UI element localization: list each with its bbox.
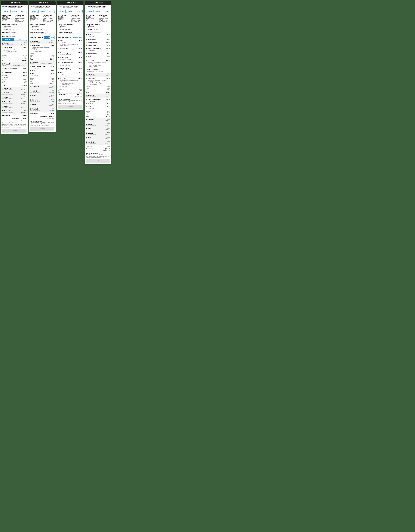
line-item: 1Grilled Cheese$8.00 [85,52,111,55]
cancel-button[interactable]: Cancel [66,10,74,13]
cancel-button[interactable]: Cancel [38,10,46,13]
tab-item[interactable]: Item [14,38,27,40]
customer-row[interactable]: 4. Judith P#70135730—30688593 items$16.3… [29,89,56,94]
chevron-up-icon: ⌄ [109,75,110,76]
customer-row[interactable]: 1. Heather C#70135730—30688561 item$12.9… [85,73,111,77]
line-item: 3Garlic KnotsFor Joseph B, Kenneth H, Ju… [57,47,83,51]
panel-item: GRUBHUB BackScheduled group deliveryDeli… [57,1,83,110]
customer-row[interactable]: 7. Mary C#70135730—30688623 items$22.15⌄ [29,103,56,107]
chevron-down-icon: ⌄ [109,142,110,144]
confirm-text: We will remind you to confirm this order… [2,124,27,128]
confirm-button[interactable]: Confirm [58,105,82,109]
chevron-down-icon: ⌄ [109,120,110,122]
line-item: 1Small SaladInstructions: Please put the… [85,59,111,68]
delivery-instructions: Delivery instructions Please check in wi… [1,31,28,35]
order-info: #15560154—1871821 Received today 10:30am… [1,14,28,23]
customer-row[interactable]: 6. Wayne H#70135730—30688612 items,$21.5… [1,100,28,105]
line-item: 1Philly Cheese SteakEverything$12.00 [1,67,28,71]
customer-row[interactable]: 2. Joseph B#70135730—30688573 items$20.7… [85,94,111,98]
deliv-title: Delivery instructions [2,32,27,33]
customer-row[interactable]: 2. Joseph B3 items 2 of 8#70135730—30688… [1,62,28,67]
chevron-down-icon: ⌄ [25,98,27,99]
customer-row[interactable]: 5. Dylan L#70135730—30688601 item$24.35⌄ [1,96,28,100]
line-item: 5DrinkLa CroixFor Joseph B, Kenneth H, J… [57,39,83,47]
tab-customer[interactable]: Customer [72,36,78,39]
chevron-up-icon: ⌄ [25,64,27,66]
chevron-up-icon: ⌄ [53,62,54,64]
customer-row[interactable]: 3. Kenneth H#70135730—30688584 items$33.… [1,87,28,91]
confirm-button[interactable]: Confirm [86,159,110,163]
adjust-button[interactable]: Adjust [86,10,93,13]
company: Dunder Mifflin [15,16,27,18]
phone: (838) 237-3847 [15,21,27,23]
customer-row[interactable]: 6. Wayne H#70135730—30688612 items,$21.5… [29,98,56,103]
line-item: 1Small SaladInstructions: Please put the… [57,77,83,87]
tab-customer[interactable]: Customer [44,36,50,39]
back-button[interactable]: Back [30,6,34,8]
adjust-button[interactable]: Adjust [30,10,38,13]
customer-row[interactable]: 1. Heather C#70135730—3068856 1 item$12.… [1,41,28,46]
adjust-button[interactable]: Adjust [2,10,10,13]
line-item: 1DrinkLa Croix$1.50 [1,74,28,79]
chevron-down-icon: ⌄ [25,111,27,113]
tab-item[interactable]: Item [50,36,55,39]
menu-icon[interactable] [58,2,60,4]
customer-name: Olivia Murray [15,15,27,16]
hide-kitchen-link[interactable]: Hide kitchen breakdown [85,31,111,33]
confirm-button[interactable]: Confirm [2,129,27,133]
tab-customer[interactable]: Customer [2,38,14,40]
cancel-button[interactable]: Cancel [94,10,102,13]
customer-row[interactable]: 4. Judith P#70135730—30688593 items$16.3… [1,91,28,96]
menu-icon[interactable] [2,2,4,4]
customer-row[interactable]: 1. Heather C#70135730—30688561 item$12.9… [29,39,56,44]
brand: GRUBHUB [4,2,27,4]
print-button[interactable]: Print [103,10,110,13]
confirm-title: Not yet confirmable [2,122,27,124]
adjust-button[interactable]: Adjust [58,10,66,13]
chevron-down-icon: ⌄ [25,102,27,104]
print-button[interactable]: Print [47,10,55,13]
menu-icon[interactable] [30,2,32,4]
back-button[interactable]: Back [2,6,6,8]
chevron-down-icon: ⌄ [53,96,54,98]
chevron-up-icon: ⌄ [109,95,110,97]
customer-row[interactable]: 8. Pamela B#70135730—30688633 items$20.8… [85,140,111,145]
grand-total: Grand total$178.62 Prepaid order [1,117,28,121]
chevron-down-icon: ⌄ [53,100,54,102]
print-button[interactable]: Print [75,10,83,13]
line-item: 3Garlic Knots$2.50 [85,38,111,41]
customer-row[interactable]: 6. Wayne H#70135730—30688612 items,$21.5… [85,131,111,136]
line-item: 1 Small SaladInstructions: Please put th… [1,46,28,54]
action-row: Adjust Cancel Print [1,9,28,14]
sort-segmented: Customer Item [2,38,27,41]
topbar: GRUBHUB [1,1,28,5]
back-button[interactable]: Back [58,6,62,8]
confirm-button[interactable]: Confirm [30,127,54,131]
back-button[interactable]: Back [86,6,90,8]
customer-row[interactable]: 3. Kenneth H#70135730—30688584 items$33.… [85,118,111,123]
customer-row[interactable]: 2. Joseph B3 items2 of 8#70135730—306885… [29,60,56,65]
chevron-down-icon: ⌄ [109,138,110,140]
customer-row[interactable]: 5. Dylan L#70135730—30688601 item$24.35⌄ [85,127,111,131]
page-header: Back Scheduled group delivery Deliver to… [1,5,28,9]
customer-row[interactable]: 8. Pamela B#70135730—30688633 items$20.8… [1,109,28,114]
tab-item[interactable]: Item [78,36,83,39]
line-item: 1DrinkCokeFor Kenneth H$1.50 [57,71,83,77]
customer-row[interactable]: 7. Mary C#70135730—30688623 items$22.15⌄ [1,105,28,109]
chevron-down-icon: ⌄ [53,87,54,89]
city: Houston, TX 77001 [15,20,27,21]
chevron-down-icon: ⌄ [53,91,54,93]
customer-row[interactable]: 7. Mary C#70135730—30688623 items$22.15⌄ [85,136,111,140]
cancel-button[interactable]: Cancel [10,10,18,13]
line-item: 2Philly Cheese SteakEverythingFor Joseph… [57,61,83,67]
print-button[interactable]: Print [19,10,27,13]
customer-row[interactable]: 5. Dylan L#70135730—30688601 item$24.35⌄ [29,94,56,98]
customer-row[interactable]: 3. Kenneth H#70135730—30688584 items$33.… [29,85,56,89]
prepaid-label: Prepaid order [2,20,14,22]
addr1: 172 Spring Bird Ln [15,18,27,19]
chevron-down-icon: ⌄ [25,93,27,95]
received-time: Received today 10:30am [2,18,14,20]
menu-icon[interactable] [86,2,88,4]
customer-row[interactable]: 8. Pamela B#70135730—30688633 items$20.8… [29,107,56,112]
customer-row[interactable]: 4. Judith P#70135730—30688593 items$16.3… [85,123,111,127]
